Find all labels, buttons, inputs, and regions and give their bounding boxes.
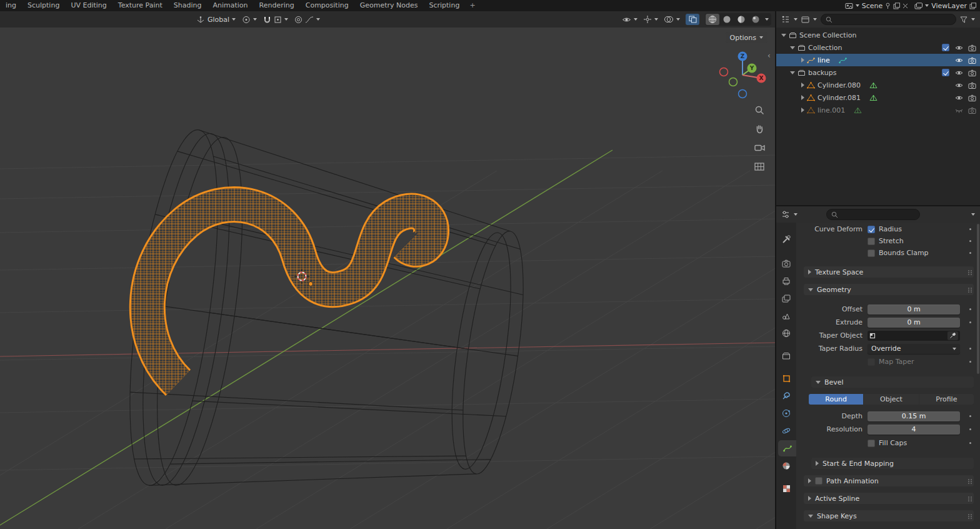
row-label[interactable]: Collection (808, 44, 842, 52)
offset-value-field[interactable]: 0 m (868, 305, 960, 315)
hide-eye-icon[interactable] (955, 57, 963, 64)
hide-eye-icon[interactable] (955, 69, 963, 76)
snapping-controls[interactable] (263, 16, 288, 24)
anim-dot[interactable] (969, 442, 971, 444)
pin-icon[interactable] (885, 3, 891, 9)
proportional-editing-controls[interactable] (294, 16, 320, 24)
stretch-checkbox[interactable] (868, 238, 875, 245)
resolution-value-field[interactable]: 4 (868, 425, 960, 435)
new-scene-icon[interactable] (893, 3, 900, 9)
shading-rendered-button[interactable] (749, 14, 762, 25)
editor-type-caret[interactable] (794, 18, 798, 21)
anim-dot[interactable] (969, 228, 971, 230)
tab-tool[interactable] (776, 231, 796, 248)
bevel-panel-header[interactable]: Bevel (811, 376, 974, 388)
map-taper-checkbox[interactable] (868, 358, 875, 366)
viewport-canvas[interactable]: Z Y X (0, 11, 775, 529)
snap-target-icon[interactable] (274, 16, 282, 24)
panel-grip-icon[interactable] (968, 288, 969, 289)
shading-wireframe-button[interactable] (706, 14, 719, 25)
toggle-orthographic-button[interactable] (751, 158, 768, 175)
toggle-xray-button[interactable] (686, 14, 699, 25)
hide-eye-icon[interactable] (955, 94, 963, 101)
add-workspace-button[interactable]: + (465, 0, 479, 11)
anim-dot[interactable] (969, 252, 971, 254)
expand-icon[interactable] (801, 83, 804, 88)
scene-selector[interactable]: Scene (845, 2, 909, 10)
radius-checkbox[interactable] (868, 226, 875, 233)
hide-eye-icon[interactable] (955, 82, 963, 89)
workspace-tab-rendering[interactable]: Rendering (254, 0, 300, 11)
navigation-gizmo[interactable]: Z Y X (720, 52, 766, 98)
expand-icon[interactable] (801, 108, 804, 113)
tab-physics[interactable] (776, 423, 796, 439)
outliner-row-line-001-hidden[interactable]: line.001 (776, 104, 980, 116)
tab-modifiers[interactable] (776, 388, 796, 404)
expand-icon[interactable] (801, 95, 804, 100)
workspace-tab-sculpting[interactable]: Sculpting (22, 0, 65, 11)
overlays-dropdown[interactable] (664, 16, 680, 23)
tab-object-data-active[interactable] (778, 440, 796, 456)
tab-particles[interactable] (776, 405, 796, 421)
anim-dot[interactable] (969, 361, 971, 363)
options-dropdown[interactable]: Options (726, 32, 768, 43)
outliner-row-line-selected[interactable]: line (776, 54, 980, 66)
row-label[interactable]: Cylinder.080 (818, 81, 861, 89)
gizmo-y-neg[interactable] (729, 78, 738, 86)
eye-closed-icon[interactable] (955, 107, 963, 114)
gizmos-dropdown[interactable] (643, 15, 658, 24)
workspace-tab-geometry-nodes[interactable]: Geometry Nodes (354, 0, 424, 11)
panel-grip-icon[interactable] (968, 496, 969, 498)
outliner-row-cylinder-081[interactable]: Cylinder.081 (776, 91, 980, 104)
anim-dot[interactable] (969, 308, 971, 310)
display-mode-caret[interactable] (813, 18, 817, 21)
tab-view-layer[interactable] (776, 290, 796, 306)
hide-eye-icon[interactable] (955, 44, 963, 51)
properties-options-caret[interactable] (971, 213, 975, 216)
anim-dot[interactable] (969, 321, 971, 323)
row-label[interactable]: backups (808, 69, 837, 77)
camera-view-button[interactable] (751, 139, 768, 156)
expand-icon[interactable] (801, 58, 804, 63)
magnet-icon[interactable] (263, 16, 271, 24)
new-viewlayer-icon[interactable] (969, 3, 976, 9)
outliner-row-collection[interactable]: Collection (776, 41, 980, 54)
taper-object-field[interactable] (868, 331, 960, 341)
workspace-tab-scripting[interactable]: Scripting (423, 0, 465, 11)
outliner-search-input[interactable] (821, 14, 956, 25)
row-label[interactable]: Scene Collection (799, 31, 856, 39)
bevel-profile-button[interactable]: Profile (919, 394, 974, 405)
properties-search-input[interactable] (826, 209, 920, 220)
eyedropper-button[interactable] (948, 331, 958, 340)
filter-funnel-icon[interactable] (960, 16, 968, 23)
display-mode-icon[interactable] (801, 16, 809, 23)
shading-material-button[interactable] (734, 14, 748, 25)
workspace-tab-uv-editing[interactable]: UV Editing (65, 0, 112, 11)
gizmo-x-neg[interactable] (720, 68, 728, 76)
texture-space-panel-header[interactable]: Texture Space (804, 266, 974, 278)
proportional-edit-icon[interactable] (294, 16, 302, 24)
tab-object[interactable] (776, 370, 796, 386)
scene-name[interactable]: Scene (862, 2, 883, 10)
viewport-3d[interactable]: Global (0, 11, 775, 529)
falloff-curve-icon[interactable] (305, 16, 314, 24)
viewlayer-selector[interactable]: ViewLayer (914, 2, 976, 10)
editor-type-caret[interactable] (794, 213, 798, 216)
viewlayer-name[interactable]: ViewLayer (931, 2, 967, 10)
expand-icon[interactable] (781, 34, 786, 37)
exclude-checkbox[interactable] (942, 44, 949, 51)
tab-world[interactable] (776, 325, 796, 341)
path-animation-panel-header[interactable]: Path Animation (804, 475, 974, 486)
expand-icon[interactable] (790, 71, 795, 74)
disable-render-camera-icon[interactable] (968, 69, 976, 76)
gizmo-z-neg[interactable] (739, 90, 747, 98)
disable-render-camera-icon[interactable] (968, 94, 976, 101)
row-label[interactable]: line (818, 56, 830, 64)
disable-render-camera-icon[interactable] (968, 44, 976, 51)
taper-radius-dropdown[interactable]: Override (868, 344, 960, 354)
panel-grip-icon[interactable] (968, 479, 969, 480)
workspace-tab-animation[interactable]: Animation (207, 0, 253, 11)
sidebar-collapse-arrow[interactable]: ‹ (768, 51, 771, 60)
filter-caret[interactable] (971, 18, 975, 21)
tab-output[interactable] (776, 273, 796, 289)
